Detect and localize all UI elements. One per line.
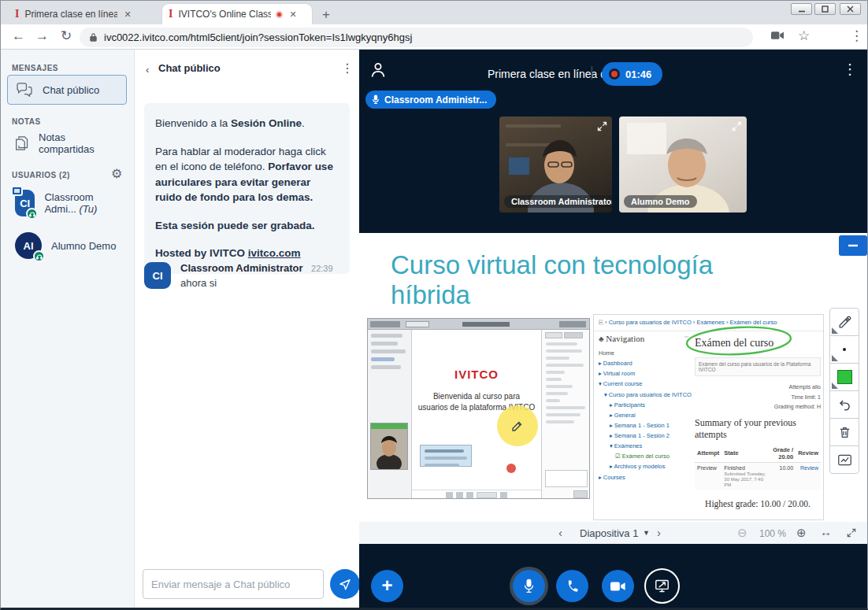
moodle-nav-item[interactable]: ▸ Courses xyxy=(599,472,688,482)
recording-indicator-button[interactable]: 01:46 xyxy=(602,62,662,86)
previous-slide-button[interactable]: ‹ xyxy=(558,526,562,539)
window-minimize-button[interactable] xyxy=(791,3,812,15)
zoom-out-button[interactable]: ⊖ xyxy=(737,526,747,540)
green-ellipse-annotation xyxy=(684,324,802,359)
moodle-nav-item[interactable]: ▸ Virtual room xyxy=(599,368,688,379)
user-list-item-moderator[interactable]: CI Classroom Admi... (Tu) xyxy=(7,185,130,221)
webcam-user-label: Alumno Demo xyxy=(624,195,697,208)
chat-message: CI Classroom Administrator 22:39 ahora s… xyxy=(144,261,351,289)
fullscreen-button[interactable] xyxy=(846,527,857,538)
address-bar[interactable]: ivc0022.ivitco.com/html5client/join?sess… xyxy=(80,28,753,47)
browser-menu-kebab-icon[interactable]: ⋮ xyxy=(850,28,863,44)
share-screen-button[interactable] xyxy=(644,568,680,604)
slide-image-classroom-screenshot: IVITCO Bienvenida al curso para usuarios… xyxy=(367,318,590,499)
fit-to-width-button[interactable]: ↔ xyxy=(820,525,832,538)
back-icon[interactable]: ← xyxy=(12,28,25,44)
whiteboard-toolbar xyxy=(829,308,859,474)
browser-tab-active[interactable]: I IVITCO's Online Classroom ✕ xyxy=(162,4,312,24)
pencil-tool-button[interactable] xyxy=(829,308,859,336)
moodle-attempts-table: Attempt State Grade / 20.00 Review Previ… xyxy=(695,445,821,490)
options-kebab-icon[interactable]: ⋮ xyxy=(843,61,857,78)
chat-welcome-message: Bienvenido a la Sesión Online. Para habl… xyxy=(144,103,350,274)
moodle-nav-item[interactable]: ▸ Archivos y modelos xyxy=(599,461,688,471)
url-text: ivc0022.ivitco.com/html5client/join?sess… xyxy=(104,31,412,43)
slide-dropdown-chevron-icon[interactable]: ▼ xyxy=(643,529,650,537)
moodle-info-line: Grading method: H xyxy=(695,402,821,412)
webcam-video-student[interactable]: Alumno Demo xyxy=(619,116,747,213)
moodle-review-link[interactable]: Review xyxy=(796,462,821,490)
next-slide-button[interactable]: › xyxy=(657,526,661,539)
share-webcam-button[interactable] xyxy=(602,570,634,602)
manage-users-gear-icon[interactable]: ⚙ xyxy=(111,166,122,181)
tab-favicon: I xyxy=(169,8,172,20)
chat-bubbles-icon xyxy=(16,83,33,97)
moodle-nav-item[interactable]: Home xyxy=(599,348,688,358)
moodle-quiz-description: Exámen del curso para usuarios de la Pla… xyxy=(695,357,821,376)
user-person-icon[interactable] xyxy=(369,61,388,79)
new-tab-button[interactable]: + xyxy=(322,7,330,23)
clear-annotations-trash-button[interactable] xyxy=(829,418,859,446)
chat-back-chevron-icon[interactable]: ‹ xyxy=(146,64,149,76)
window-maximize-button[interactable] xyxy=(814,3,836,15)
chat-message-input[interactable] xyxy=(143,569,324,599)
window-close-button[interactable] xyxy=(840,3,861,15)
browser-window: I Primera clase en línea del curso ✕ I I… xyxy=(0,0,868,610)
mic-icon xyxy=(372,94,380,105)
moodle-nav-item[interactable]: ▾ Exámenes xyxy=(599,441,688,451)
chat-options-kebab-icon[interactable]: ⋮ xyxy=(341,61,354,76)
tab-close-icon[interactable]: ✕ xyxy=(289,9,296,20)
color-swatch-green xyxy=(837,370,852,384)
tab-camera-indicator-icon[interactable] xyxy=(771,31,784,40)
undo-annotation-button[interactable] xyxy=(829,390,859,419)
moodle-nav-item-current[interactable]: ☑ Exámen del curso xyxy=(599,451,688,461)
browser-tab-inactive[interactable]: I Primera clase en línea del curso ✕ xyxy=(9,4,154,24)
slide-number-label[interactable]: Diapositiva 1 xyxy=(580,527,638,539)
tab-title: Primera clase en línea del curso xyxy=(24,9,117,20)
user-name: Classroom Admi... (Tu) xyxy=(44,191,122,215)
color-tool-button[interactable] xyxy=(829,363,859,391)
user-list-item-viewer[interactable]: Al Alumno Demo xyxy=(7,227,130,264)
talking-indicator[interactable]: Classroom Administr... xyxy=(365,91,496,109)
moodle-nav-item[interactable]: ▾ Curso para usuarios de IVITCO xyxy=(599,390,688,400)
ivitco-logo: IVITCO xyxy=(412,368,541,381)
recording-time: 01:46 xyxy=(625,68,651,80)
host-link[interactable]: ivitco.com xyxy=(248,247,301,259)
sidebar-item-public-chat[interactable]: Chat público xyxy=(7,75,127,105)
multi-user-whiteboard-button[interactable] xyxy=(829,445,859,474)
moodle-nav-item[interactable]: ▸ Semana 1 - Sesión 2 xyxy=(599,431,688,441)
bookmark-star-icon[interactable]: ☆ xyxy=(798,28,810,44)
refresh-icon[interactable]: ↻ xyxy=(61,28,72,44)
tab-recording-dot-icon xyxy=(276,11,283,18)
moodle-nav-title: Navigation xyxy=(606,334,644,343)
moodle-nav-item[interactable]: ▸ Dashboard xyxy=(599,358,688,368)
moodle-nav-item[interactable]: ▾ Current course xyxy=(599,379,688,389)
moodle-nav-item[interactable]: ▸ Semana 1 - Sesión 1 xyxy=(599,420,688,431)
tab-close-icon[interactable]: ✕ xyxy=(124,9,131,20)
message-time: 22:39 xyxy=(311,264,333,273)
minimize-presentation-button[interactable] xyxy=(839,235,867,256)
red-dot-marker xyxy=(506,464,516,473)
classroom-app: MENSAJES Chat público NOTAS Notas compar… xyxy=(1,50,867,608)
action-bar: + xyxy=(359,544,867,608)
actions-plus-button[interactable]: + xyxy=(371,570,403,602)
webcam-video-moderator[interactable]: Classroom Administrator xyxy=(499,116,612,213)
forward-icon[interactable]: → xyxy=(35,28,49,44)
sidebar-item-shared-notes[interactable]: Notas compartidas xyxy=(7,128,127,158)
webcam-fullscreen-icon[interactable] xyxy=(731,120,743,132)
moodle-nav-item[interactable]: ▸ General xyxy=(599,410,688,420)
public-chat-panel: ‹ Chat público ⋮ Bienvenido a la Sesión … xyxy=(135,50,359,608)
moodle-nav-item[interactable]: ▸ Participants xyxy=(599,400,688,410)
thickness-tool-button[interactable] xyxy=(829,335,859,364)
mute-microphone-button[interactable] xyxy=(513,570,545,602)
zoom-level: 100 % xyxy=(759,528,786,539)
zoom-in-button[interactable]: ⊕ xyxy=(796,526,807,540)
leave-audio-phone-button[interactable] xyxy=(556,570,588,602)
sidebar: MENSAJES Chat público NOTAS Notas compar… xyxy=(1,50,135,608)
webcam-fullscreen-icon[interactable] xyxy=(596,120,608,132)
send-message-button[interactable] xyxy=(330,569,360,599)
presentation-area[interactable]: Curso virtual con tecnología híbrida xyxy=(359,233,867,522)
sidebar-item-label: Chat público xyxy=(43,84,99,96)
avatar: CI xyxy=(15,190,35,216)
webcam-user-label: Classroom Administrator xyxy=(504,195,612,208)
avatar: CI xyxy=(144,262,171,289)
